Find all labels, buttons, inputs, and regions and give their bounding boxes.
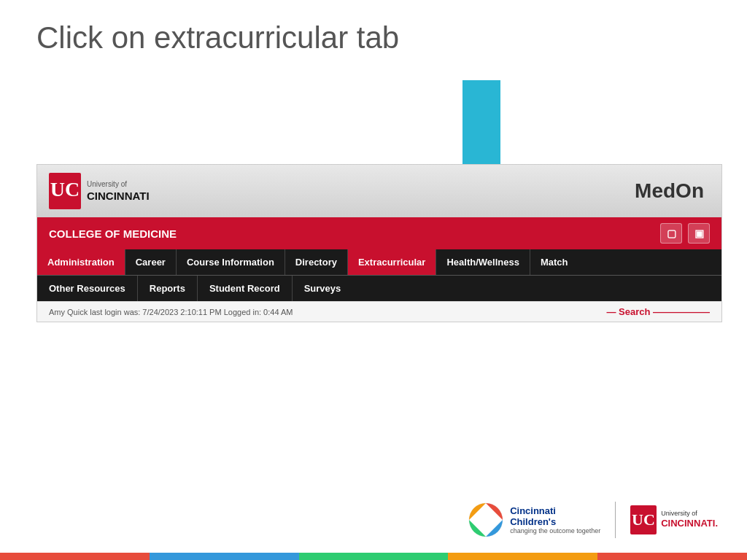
childrens-sub: changing the outcome together <box>510 527 600 534</box>
childrens-text: CincinnatiChildren's changing the outcom… <box>510 505 600 534</box>
svg-text:UC: UC <box>632 510 655 529</box>
tab-course-information[interactable]: Course Information <box>177 249 285 275</box>
uc-bottom-text: University of CINCINNATI. <box>661 510 718 531</box>
logo-divider <box>615 502 616 538</box>
tab-career[interactable]: Career <box>125 249 177 275</box>
banner-icons: ▢ ▣ <box>660 223 710 244</box>
tab-directory[interactable]: Directory <box>285 249 348 275</box>
bottom-color-bar <box>0 553 747 560</box>
search-label[interactable]: — Search —————— <box>606 306 710 317</box>
tab-student-record[interactable]: Student Record <box>198 276 293 301</box>
tab-extracurricular[interactable]: Extracurricular <box>348 249 437 275</box>
uc-bottom-icon: UC <box>630 505 657 534</box>
tab-other-resources[interactable]: Other Resources <box>37 276 138 301</box>
uc-logo-text: University of CINCINNATI <box>87 179 150 203</box>
nav-row-1: Administration Career Course Information… <box>37 249 721 275</box>
childrens-circle-icon <box>468 502 504 538</box>
tab-reports[interactable]: Reports <box>138 276 198 301</box>
uc-header: UC University of CINCINNATI MedOn <box>37 165 721 217</box>
uc-logo: UC University of CINCINNATI <box>49 173 150 209</box>
childrens-brand: CincinnatiChildren's <box>510 505 600 527</box>
college-name: COLLEGE OF MEDICINE <box>49 228 177 240</box>
tab-surveys[interactable]: Surveys <box>293 276 353 301</box>
medon-brand: MedOn <box>635 179 710 203</box>
svg-text:UC: UC <box>50 178 80 201</box>
tab-administration[interactable]: Administration <box>37 249 125 275</box>
uc-bottom-logo: UC University of CINCINNATI. <box>630 505 718 534</box>
bottom-logos: CincinnatiChildren's changing the outcom… <box>468 502 718 538</box>
status-bar: Amy Quick last login was: 7/24/2023 2:10… <box>37 301 721 322</box>
college-banner: COLLEGE OF MEDICINE ▢ ▣ <box>37 217 721 249</box>
slide-title: Click on extracurricular tab <box>0 0 747 70</box>
uc-logo-icon: UC <box>49 173 81 209</box>
childrens-logo: CincinnatiChildren's changing the outcom… <box>468 502 600 538</box>
arrow-shaft <box>462 80 500 175</box>
tab-health-wellness[interactable]: Health/Wellness <box>436 249 530 275</box>
icon-box-2[interactable]: ▣ <box>688 223 710 244</box>
nav-row-2: Other Resources Reports Student Record S… <box>37 275 721 301</box>
tab-match[interactable]: Match <box>530 249 578 275</box>
screenshot-area: UC University of CINCINNATI MedOn COLLEG… <box>36 164 722 322</box>
status-text: Amy Quick last login was: 7/24/2023 2:10… <box>49 308 293 316</box>
icon-box-1[interactable]: ▢ <box>660 223 682 244</box>
